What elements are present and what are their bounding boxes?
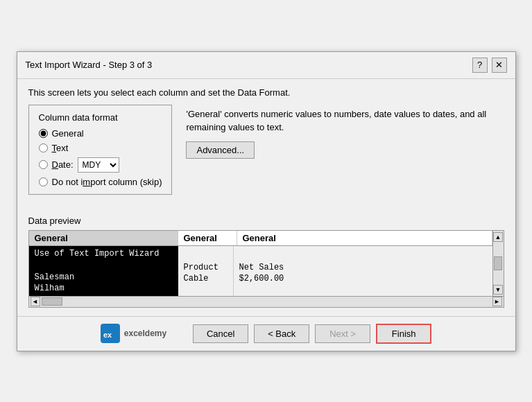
svg-text:ex: ex — [103, 331, 112, 339]
preview-row3-col1: Salesman — [35, 272, 173, 282]
preview-row4-col2: Cable — [184, 274, 228, 283]
preview-table-area: General General General Use of Text Impo… — [29, 231, 492, 296]
dialog-footer: ex exceldemy Cancel < Back Next > Finish — [17, 316, 515, 351]
back-button[interactable]: < Back — [254, 324, 309, 343]
preview-wrapper: General General General Use of Text Impo… — [28, 230, 504, 308]
date-format-select[interactable]: MDY DMY YMD MYD DYM YDM — [78, 157, 119, 173]
spacer — [28, 202, 504, 209]
skip-underline: m — [83, 177, 90, 187]
dialog-body: This screen lets you select each column … — [17, 79, 515, 316]
scroll-right-arrow[interactable]: ► — [492, 297, 502, 306]
scroll-down-arrow[interactable]: ▼ — [493, 285, 503, 295]
preview-row4-col1: Wilham — [35, 283, 173, 293]
top-section: Column data format General Text — [28, 105, 504, 195]
preview-col1-data: Use of Text Import Wizard Salesman Wilha… — [29, 246, 178, 296]
preview-col3-data: Net Sales $2,600.00 — [234, 246, 492, 296]
title-bar-controls: ? ✕ — [472, 58, 507, 73]
radio-text-label: Text — [52, 143, 69, 153]
text-underline: T — [52, 143, 57, 153]
preview-row2-col1 — [35, 260, 173, 271]
preview-row2-col2 — [184, 250, 228, 261]
finish-button[interactable]: Finish — [376, 324, 431, 344]
brand-text-label: exceldemy — [124, 329, 166, 338]
radio-date[interactable]: Date: MDY DMY YMD MYD DYM YDM — [39, 157, 162, 173]
instruction-text: This screen lets you select each column … — [28, 87, 504, 98]
close-button[interactable]: ✕ — [492, 58, 507, 73]
data-preview-section: Data preview General General General — [28, 216, 504, 308]
advanced-button[interactable]: Advanced... — [186, 141, 255, 159]
radio-date-label: Date: — [52, 159, 74, 170]
footer-brand: ex exceldemy — [101, 324, 166, 343]
radio-skip[interactable]: Do not import column (skip) — [39, 177, 162, 187]
preview-header-col1[interactable]: General — [29, 231, 178, 245]
date-underline: D — [52, 159, 58, 170]
data-preview-label: Data preview — [28, 216, 504, 226]
preview-main: General General General Use of Text Impo… — [29, 231, 504, 296]
next-button[interactable]: Next > — [315, 324, 370, 343]
column-format-title: Column data format — [39, 112, 162, 123]
preview-header-col2[interactable]: General — [178, 231, 237, 245]
radio-general[interactable]: General — [39, 128, 162, 139]
radio-date-input[interactable] — [39, 160, 48, 169]
title-bar: Text Import Wizard - Step 3 of 3 ? ✕ — [17, 52, 515, 79]
radio-group: General Text Date: MDY DMY YM — [39, 128, 162, 187]
preview-row3-col2: Product — [184, 263, 228, 272]
scroll-thumb-h[interactable] — [42, 297, 62, 306]
preview-row3-col3: Net Sales — [239, 263, 487, 272]
preview-col2-data: Product Cable — [178, 246, 234, 296]
help-button[interactable]: ? — [472, 58, 488, 73]
preview-header-row: General General General — [29, 231, 492, 246]
column-format-box: Column data format General Text — [28, 105, 173, 195]
preview-row2-col3 — [239, 250, 487, 261]
radio-general-input[interactable] — [39, 129, 48, 138]
vertical-scrollbar[interactable]: ▲ ▼ — [492, 231, 504, 296]
horizontal-scrollbar[interactable]: ◄ ► — [29, 296, 504, 307]
description-text: 'General' converts numeric values to num… — [186, 107, 504, 134]
scroll-left-arrow[interactable]: ◄ — [31, 297, 40, 306]
dialog-title: Text Import Wizard - Step 3 of 3 — [26, 60, 153, 70]
preview-data-rows: Use of Text Import Wizard Salesman Wilha… — [29, 246, 492, 296]
scroll-thumb-v[interactable] — [494, 256, 502, 270]
preview-row1-col1: Use of Text Import Wizard — [35, 249, 173, 259]
radio-text-input[interactable] — [39, 143, 48, 152]
radio-skip-label: Do not import column (skip) — [52, 177, 162, 187]
preview-header-col3[interactable]: General — [237, 231, 492, 245]
radio-general-label: General — [52, 128, 84, 139]
scroll-up-arrow[interactable]: ▲ — [493, 232, 503, 242]
preview-row4-col3: $2,600.00 — [239, 274, 487, 283]
brand-logo-icon: ex — [101, 324, 120, 343]
radio-text[interactable]: Text — [39, 143, 162, 153]
right-section: 'General' converts numeric values to num… — [186, 105, 504, 159]
dialog-window: Text Import Wizard - Step 3 of 3 ? ✕ Thi… — [17, 51, 516, 351]
cancel-button[interactable]: Cancel — [193, 324, 248, 343]
radio-skip-input[interactable] — [39, 177, 48, 186]
